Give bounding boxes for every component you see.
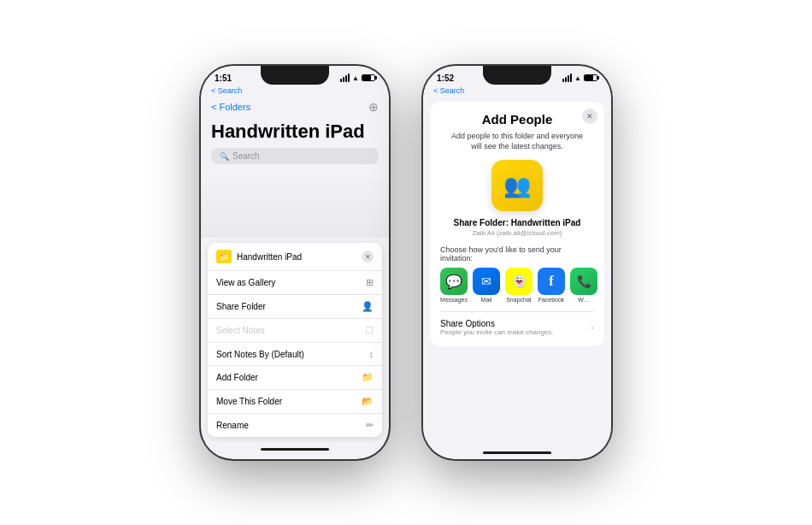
battery-icon-2	[584, 74, 597, 81]
share-folder-icon: 👥	[491, 160, 543, 211]
snapchat-icon-symbol: 👻	[512, 274, 527, 288]
folders-nav: < Folders ⊕	[201, 98, 389, 119]
home-indicator-1	[201, 442, 389, 456]
facebook-app-icon: f	[538, 268, 565, 295]
notes-background	[201, 169, 389, 238]
menu-label-share: Share Folder	[216, 302, 266, 311]
menu-item-sort[interactable]: Sort Notes By (Default) ↕	[208, 343, 382, 366]
search-bar-1[interactable]: 🔍 Search	[211, 148, 379, 164]
share-app-mail[interactable]: ✉ Mail	[473, 268, 500, 303]
menu-item-share[interactable]: Share Folder 👤	[208, 295, 382, 319]
menu-icon-share: 👤	[362, 301, 374, 312]
share-options-row[interactable]: Share Options People you invite can make…	[440, 311, 594, 336]
send-invitation-label: Choose how you'd like to send your invit…	[440, 245, 594, 262]
back-label-1: < Search	[211, 86, 242, 95]
mail-app-icon: ✉	[473, 268, 500, 295]
signal-icon-2	[562, 74, 572, 82]
folder-item: 📁 Handwritten iPad	[216, 250, 302, 263]
phone-2: 1:52 ▲ < Search ✕ Ad	[423, 66, 611, 459]
menu-icon-move: 📂	[362, 396, 374, 407]
context-folder-name: Handwritten iPad	[237, 252, 302, 262]
share-folder-name: Share Folder: Handwritten iPad	[454, 218, 581, 227]
back-label-2: < Search	[433, 86, 464, 95]
bottom-area-2	[423, 350, 611, 445]
time-1: 1:51	[215, 74, 232, 83]
share-options-text: Share Options People you invite can make…	[440, 319, 554, 336]
signal-icon-1	[340, 74, 350, 82]
share-options-subtitle: People you invite can make changes.	[440, 328, 554, 336]
menu-icon-gallery: ⊞	[366, 277, 374, 288]
menu-item-select: Select Notes ☐	[208, 319, 382, 343]
menu-item-rename[interactable]: Rename ✏	[208, 414, 382, 437]
nav-back-1[interactable]: < Search	[201, 86, 389, 98]
share-app-facebook[interactable]: f Facebook	[538, 268, 565, 303]
home-indicator-2	[423, 445, 611, 459]
menu-item-move[interactable]: Move This Folder 📂	[208, 390, 382, 414]
whatsapp-label: W…	[578, 297, 590, 303]
menu-item-gallery[interactable]: View as Gallery ⊞	[208, 271, 382, 295]
wifi-icon-2: ▲	[574, 74, 581, 82]
share-app-whatsapp[interactable]: 📞 W…	[570, 268, 597, 303]
phone-1: 1:51 ▲ < Search < Folders	[201, 66, 389, 459]
menu-label-rename: Rename	[216, 421, 249, 430]
share-folder-user: Zaib Ali (zaib.ali@icloud.com)	[472, 229, 562, 237]
wifi-icon-1: ▲	[352, 74, 359, 82]
messages-app-icon: 💬	[440, 268, 468, 295]
add-people-modal: ✕ Add People Add people to this folder a…	[430, 102, 604, 346]
context-menu: 📁 Handwritten iPad ✕ View as Gallery ⊞ S…	[208, 243, 382, 437]
snapchat-label: Snapchat	[506, 297, 532, 303]
home-bar-2	[483, 451, 551, 454]
facebook-icon-symbol: f	[549, 274, 553, 289]
search-placeholder-1: Search	[232, 151, 260, 161]
share-options-chevron-icon: ›	[591, 321, 594, 333]
snapchat-app-icon: 👻	[505, 268, 533, 295]
menu-label-sort: Sort Notes By (Default)	[216, 350, 304, 359]
whatsapp-icon-symbol: 📞	[577, 274, 591, 288]
time-2: 1:52	[437, 74, 454, 83]
menu-label-move: Move This Folder	[216, 397, 282, 406]
menu-label-add-folder: Add Folder	[216, 373, 258, 382]
menu-icon-rename: ✏	[366, 420, 374, 431]
menu-label-select: Select Notes	[216, 326, 265, 335]
nav-options-icon[interactable]: ⊕	[368, 100, 379, 114]
folder-icon-yellow: 📁	[216, 250, 232, 263]
folders-label[interactable]: < Folders	[211, 102, 250, 112]
context-header: 📁 Handwritten iPad ✕	[208, 243, 382, 271]
menu-icon-select: ☐	[365, 325, 374, 336]
main-title-1: Handwritten iPad	[201, 119, 389, 148]
modal-subtitle: Add people to this folder and everyone w…	[440, 132, 594, 151]
notch-1	[261, 66, 329, 85]
home-bar-1	[261, 448, 329, 451]
share-options-title: Share Options	[440, 319, 554, 328]
context-close-btn[interactable]: ✕	[362, 251, 374, 262]
menu-icon-sort: ↕	[369, 349, 374, 359]
messages-icon-symbol: 💬	[445, 274, 462, 290]
messages-label: Messages	[440, 297, 468, 303]
status-icons-2: ▲	[562, 74, 597, 82]
battery-icon-1	[362, 74, 375, 81]
modal-close-button[interactable]: ✕	[582, 109, 597, 124]
notch-2	[483, 66, 551, 85]
mail-icon-symbol: ✉	[481, 274, 491, 288]
nav-back-2[interactable]: < Search	[423, 86, 611, 98]
modal-title: Add People	[482, 112, 553, 127]
menu-icon-add-folder: 📁	[362, 372, 374, 383]
share-apps-row: 💬 Messages ✉ Mail 👻 Snapchat	[440, 268, 597, 303]
mail-label: Mail	[481, 297, 492, 303]
share-app-messages[interactable]: 💬 Messages	[440, 268, 468, 303]
share-app-snapchat[interactable]: 👻 Snapchat	[505, 268, 533, 303]
search-icon-1: 🔍	[220, 152, 229, 161]
facebook-label: Facebook	[538, 297, 565, 303]
menu-item-add-folder[interactable]: Add Folder 📁	[208, 366, 382, 390]
screen-2: 1:52 ▲ < Search ✕ Ad	[423, 66, 611, 459]
folder-people-icon: 👥	[503, 173, 531, 199]
menu-label-gallery: View as Gallery	[216, 278, 275, 287]
status-icons-1: ▲	[340, 74, 375, 82]
whatsapp-app-icon: 📞	[570, 268, 597, 295]
screen-1: 1:51 ▲ < Search < Folders	[201, 66, 389, 459]
